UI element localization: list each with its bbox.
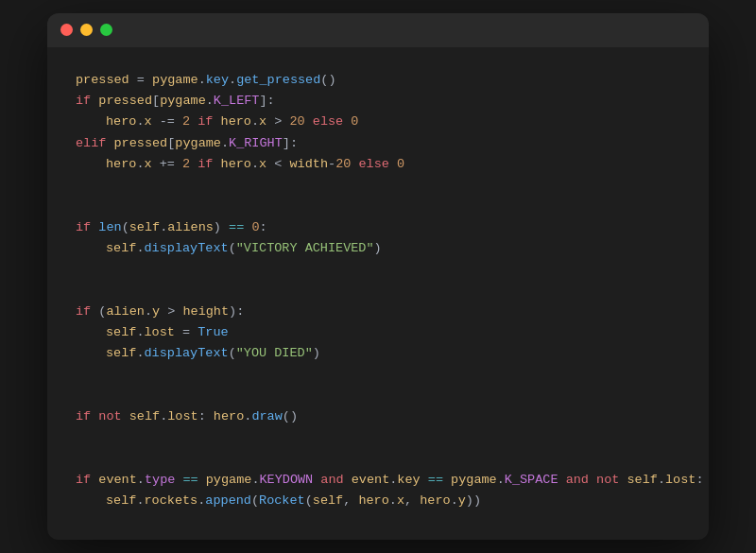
code-line-5: hero.x += 2 if hero.x < width-20 else 0 bbox=[76, 154, 680, 175]
code-line-20: if event.type == pygame.KEYDOWN and even… bbox=[76, 470, 680, 491]
code-line-3: hero.x -= 2 if hero.x > 20 else 0 bbox=[76, 112, 680, 132]
code-line-blank-6 bbox=[76, 386, 680, 406]
code-line-17: if not self.lost: hero.draw() bbox=[76, 406, 680, 427]
code-line-14: self.displayText("YOU DIED") bbox=[76, 343, 680, 364]
code-line-blank-2 bbox=[76, 196, 680, 216]
code-line-12: if (alien.y > height): bbox=[76, 302, 680, 322]
code-editor-window: pressed = pygame.key.get_pressed() if pr… bbox=[47, 13, 709, 541]
maximize-button[interactable] bbox=[100, 24, 112, 36]
code-line-9: self.displayText("VICTORY ACHIEVED") bbox=[76, 238, 680, 259]
code-line-13: self.lost = True bbox=[76, 322, 680, 343]
code-line-blank-5 bbox=[76, 364, 680, 385]
close-button[interactable] bbox=[60, 24, 73, 36]
code-line-blank-4 bbox=[76, 280, 680, 301]
code-line-blank-3 bbox=[76, 259, 680, 280]
code-line-8: if len(self.aliens) == 0: bbox=[76, 217, 680, 238]
code-line-21: self.rockets.append(Rocket(self, hero.x,… bbox=[76, 491, 680, 511]
code-line-blank-8 bbox=[76, 448, 680, 469]
code-line-blank-7 bbox=[76, 427, 680, 448]
minimize-button[interactable] bbox=[80, 24, 93, 36]
titlebar bbox=[47, 13, 709, 47]
code-line-2: if pressed[pygame.K_LEFT]: bbox=[76, 91, 680, 112]
code-content: pressed = pygame.key.get_pressed() if pr… bbox=[47, 47, 709, 541]
code-line-1: pressed = pygame.key.get_pressed() bbox=[76, 70, 680, 91]
code-line-4: elif pressed[pygame.K_RIGHT]: bbox=[76, 133, 680, 154]
code-line-blank-1 bbox=[76, 175, 680, 196]
